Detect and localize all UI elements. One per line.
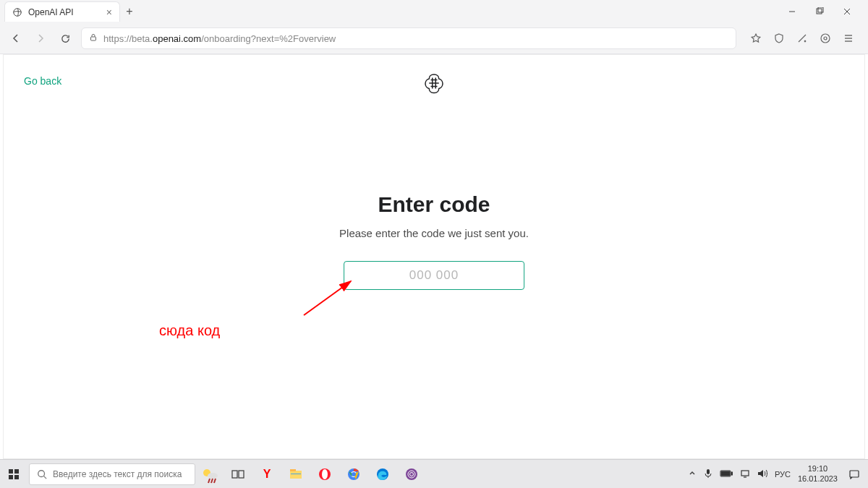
svg-rect-26: [291, 474, 301, 474]
url-text: https://beta.openai.com/onboarding?next=…: [103, 33, 336, 44]
shield-icon[interactable]: [771, 30, 787, 46]
tray-notifications-icon[interactable]: [845, 465, 864, 484]
taskbar-apps: Y: [226, 462, 424, 487]
tray-clock[interactable]: 19:10 16.01.2023: [798, 464, 838, 483]
svg-point-20: [208, 473, 218, 479]
svg-rect-6: [91, 37, 96, 40]
tray-battery-icon[interactable]: [720, 470, 733, 479]
openai-favicon-icon: [12, 7, 22, 17]
extension-icon[interactable]: [817, 30, 833, 46]
enter-code-panel: Enter code Please enter the code we just…: [339, 192, 529, 290]
tab-bar: OpenAI API × +: [0, 0, 868, 23]
go-back-link[interactable]: Go back: [24, 75, 61, 87]
lock-icon: [89, 33, 98, 44]
svg-point-17: [38, 470, 45, 476]
search-placeholder: Введите здесь текст для поиска: [53, 469, 182, 479]
browser-tab[interactable]: OpenAI API ×: [4, 1, 120, 22]
start-button[interactable]: [0, 460, 27, 489]
svg-rect-2: [817, 9, 822, 14]
page-subtext: Please enter the code we just sent you.: [339, 227, 529, 239]
svg-point-31: [352, 472, 356, 476]
url-box[interactable]: https://beta.openai.com/onboarding?next=…: [81, 27, 736, 49]
toolbar-right: [744, 30, 861, 46]
annotation-arrow-icon: [300, 275, 358, 319]
taskbar-search[interactable]: Введите здесь текст для поиска: [29, 463, 195, 485]
app-tor-icon[interactable]: [399, 462, 424, 487]
svg-point-33: [406, 468, 417, 480]
tray-volume-icon[interactable]: [757, 469, 767, 479]
back-button[interactable]: [7, 30, 25, 47]
svg-rect-3: [818, 7, 823, 12]
svg-rect-42: [850, 471, 859, 477]
svg-rect-38: [731, 472, 733, 475]
tray-mic-icon[interactable]: [704, 468, 712, 480]
svg-line-18: [44, 476, 47, 479]
tray-network-icon[interactable]: [740, 469, 750, 479]
forward-button[interactable]: [32, 30, 49, 47]
svg-rect-24: [290, 471, 302, 479]
address-bar: https://beta.openai.com/onboarding?next=…: [0, 23, 868, 53]
taskbar-weather[interactable]: [195, 464, 220, 484]
page-heading: Enter code: [339, 192, 529, 217]
tray-chevron-icon[interactable]: [688, 469, 697, 479]
bookmark-icon[interactable]: [748, 30, 764, 46]
tray-language[interactable]: РУС: [775, 470, 791, 479]
svg-rect-36: [707, 469, 710, 474]
window-controls: [780, 2, 864, 21]
code-input[interactable]: [344, 261, 524, 290]
svg-rect-16: [14, 475, 19, 479]
tab-title: OpenAI API: [28, 7, 74, 17]
svg-point-28: [322, 469, 328, 479]
svg-rect-21: [232, 471, 237, 478]
search-icon: [37, 469, 47, 479]
svg-rect-15: [9, 475, 13, 479]
close-window-button[interactable]: [835, 2, 859, 21]
reload-button[interactable]: [56, 30, 74, 47]
svg-point-0: [14, 8, 22, 16]
svg-rect-22: [239, 471, 244, 478]
sparkle-icon[interactable]: [794, 30, 810, 46]
tray-date: 16.01.2023: [798, 474, 838, 484]
tab-close-icon[interactable]: ×: [106, 7, 112, 18]
app-edge-icon[interactable]: [370, 462, 395, 487]
svg-rect-40: [741, 471, 749, 476]
openai-logo-icon: [423, 72, 445, 97]
svg-point-8: [824, 37, 827, 40]
app-explorer-icon[interactable]: [284, 462, 308, 487]
svg-rect-39: [721, 471, 730, 476]
annotation-text: сюда код: [159, 322, 220, 339]
weather-icon: [200, 464, 220, 484]
task-view-icon[interactable]: [226, 462, 250, 487]
svg-rect-25: [290, 469, 296, 471]
app-chrome-icon[interactable]: [341, 462, 366, 487]
svg-line-12: [304, 281, 351, 315]
app-yandex-icon[interactable]: Y: [255, 462, 279, 487]
maximize-button[interactable]: [807, 2, 832, 21]
svg-point-7: [821, 34, 830, 43]
svg-rect-13: [9, 469, 13, 474]
svg-rect-14: [14, 469, 19, 474]
menu-icon[interactable]: [841, 30, 856, 46]
svg-text:Y: Y: [263, 468, 271, 480]
new-tab-button[interactable]: +: [120, 2, 139, 21]
page-content: Go back Enter code Please enter the code…: [3, 54, 865, 459]
minimize-button[interactable]: [780, 2, 804, 21]
system-tray: РУС 19:10 16.01.2023: [684, 464, 868, 483]
tray-time: 19:10: [798, 464, 838, 474]
app-opera-icon[interactable]: [312, 462, 337, 487]
taskbar: Введите здесь текст для поиска Y РУС 19:…: [0, 459, 868, 488]
browser-chrome: OpenAI API × + https://beta.openai.com/o…: [0, 0, 868, 54]
